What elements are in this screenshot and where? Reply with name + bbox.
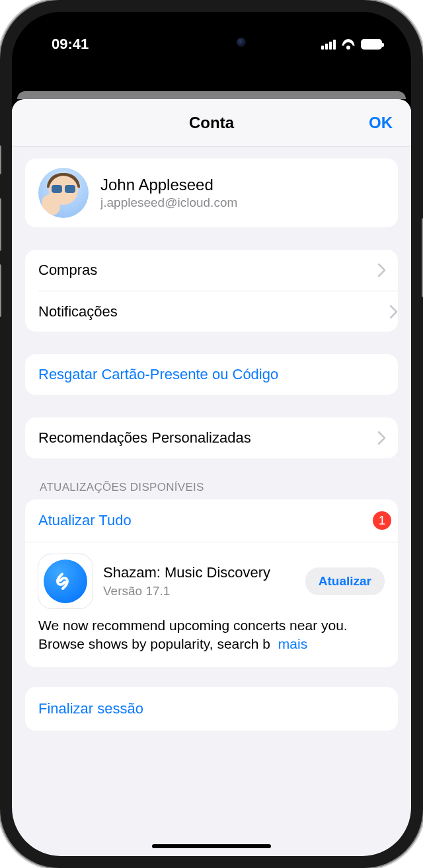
update-count-badge: 1 (373, 511, 391, 530)
personalized-row[interactable]: Recomendações Personalizadas (25, 417, 398, 458)
release-notes: We now recommend upcoming concerts near … (25, 614, 398, 667)
chevron-right-icon (378, 431, 386, 445)
page-title: Conta (189, 114, 234, 132)
app-version: Versão 17.1 (103, 584, 295, 598)
notifications-label: Notificações (38, 303, 118, 320)
dynamic-island (159, 28, 264, 57)
profile-group[interactable]: John Appleseed j.appleseed@icloud.com (25, 159, 398, 227)
personalized-label: Recomendações Personalizadas (38, 429, 251, 447)
purchases-label: Compras (38, 262, 97, 279)
account-sheet: Conta OK John Appleseed j.appleseed@ (12, 99, 411, 856)
background-card (17, 91, 406, 99)
update-all-label: Atualizar Tudo (38, 512, 132, 529)
update-all-row[interactable]: Atualizar Tudo 1 (25, 499, 398, 542)
cellular-icon (321, 39, 336, 50)
nav-bar: Conta OK (12, 99, 411, 147)
sign-out-button[interactable]: Finalizar sessão (25, 687, 398, 731)
profile-email: j.appleseed@icloud.com (100, 196, 237, 210)
status-time: 09:41 (52, 36, 89, 53)
wifi-icon (341, 39, 356, 50)
app-name: Shazam: Music Discovery (103, 564, 295, 581)
redeem-label: Resgatar Cartão-Presente ou Código (38, 366, 278, 383)
purchases-row[interactable]: Compras (25, 250, 398, 291)
redeem-row[interactable]: Resgatar Cartão-Presente ou Código (25, 354, 398, 395)
avatar (38, 168, 89, 218)
app-update-row[interactable]: Shazam: Music Discovery Versão 17.1 Atua… (25, 542, 398, 614)
app-icon-shazam (38, 554, 93, 608)
done-button[interactable]: OK (369, 114, 393, 132)
home-indicator[interactable] (152, 844, 271, 848)
more-link[interactable]: mais (278, 636, 307, 651)
notifications-row[interactable]: Notificações (38, 291, 398, 332)
update-button[interactable]: Atualizar (305, 567, 385, 595)
chevron-right-icon (390, 305, 398, 318)
updates-header: ATUALIZAÇÕES DISPONÍVEIS (25, 481, 398, 499)
chevron-right-icon (378, 264, 386, 277)
battery-icon (361, 39, 382, 50)
profile-name: John Appleseed (100, 176, 237, 194)
front-camera (237, 38, 246, 47)
